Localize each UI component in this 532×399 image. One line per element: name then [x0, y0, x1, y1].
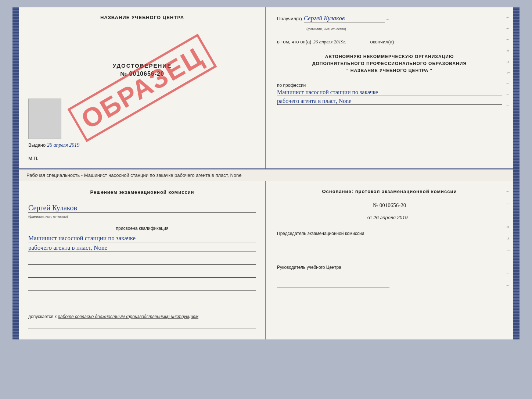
basis-title: Основание: протокол экзаменационной коми… — [277, 189, 502, 194]
side-dashes-bottom: – – – и ,а ‹– – – – — [507, 189, 510, 287]
director-signature-line — [277, 279, 389, 288]
bdash-5: ,а — [507, 236, 510, 240]
issued-prefix: Выдано — [28, 142, 46, 148]
separator-text-content: Рабочая специальность - Машинист насосно… — [26, 172, 506, 178]
profession-value2: рабочего агента в пласт, None — [277, 98, 502, 105]
protocol-date: от 26 апреля 2019 – — [277, 215, 502, 220]
issued-date-value: 26 апреля 2019 — [47, 142, 79, 148]
mp-label: М.П. — [28, 156, 38, 161]
org-line1: АВТОНОМНУЮ НЕКОММЕРЧЕСКУЮ ОРГАНИЗАЦИЮ — [277, 53, 502, 60]
bottom-left-panel: Решением экзаменационной комиссии Сергей… — [19, 181, 266, 339]
protocol-prefix: № — [373, 202, 378, 208]
certificate-back: – – – и ,а ‹– – – – Получил(а) Сергей Ку… — [266, 7, 513, 168]
person-sub: (фамилия, имя, отчество) — [28, 215, 68, 218]
director-label: Руководитель учебного Центра — [277, 264, 502, 271]
dash-9: – — [507, 103, 510, 107]
chairman-label: Председатель экзаменационной комиссии — [277, 230, 502, 237]
bdash-8: – — [507, 271, 510, 275]
date-line: в том, что он(а) 26 апреля 2019г. окончи… — [277, 39, 502, 45]
bottom-right-panel: – – – и ,а ‹– – – – Основание: протокол … — [266, 181, 513, 339]
recipient-sub: (фамилия, имя, отчество) — [306, 27, 346, 31]
blank-line-2 — [28, 270, 256, 278]
recipient-prefix: Получил(а) — [277, 16, 302, 21]
protocol-date-value: 26 апреля 2019 — [373, 215, 407, 220]
bottom-section: Решением экзаменационной комиссии Сергей… — [19, 181, 513, 339]
date-suffix: окончил(а) — [370, 39, 394, 44]
date-prefix: в том, что он(а) — [277, 39, 311, 44]
chairman-signature-line — [277, 245, 412, 254]
dash-1: – — [507, 15, 510, 19]
cert-label: УДОСТОВЕРЕНИЕ — [28, 63, 256, 69]
protocol-num: 0010656-20 — [380, 202, 406, 208]
cert-number: № 0010656-20 — [28, 71, 256, 77]
separator: Рабочая специальность - Машинист насосно… — [19, 169, 513, 181]
admission-text: допускается к работе согласно должностны… — [28, 314, 256, 328]
blank-line-3 — [28, 283, 256, 291]
right-border — [513, 7, 520, 339]
dash-4: и — [507, 48, 510, 52]
dash-7: – — [507, 81, 510, 85]
left-border — [12, 7, 19, 339]
recipient-name: Сергей Кулаков — [304, 15, 385, 22]
admission-prefix: допускается к — [28, 314, 57, 319]
dash-8: – — [507, 92, 510, 96]
bdash-1: – — [507, 189, 510, 193]
commission-title: Решением экзаменационной комиссии — [28, 189, 256, 196]
top-section: НАЗВАНИЕ УЧЕБНОГО ЦЕНТРА УДОСТОВЕРЕНИЕ №… — [19, 7, 513, 169]
dash-2: – — [507, 26, 510, 30]
school-name-top: НАЗВАНИЕ УЧЕБНОГО ЦЕНТРА — [28, 15, 256, 20]
dash-6: ‹– — [507, 70, 510, 74]
side-dashes-top: – – – и ,а ‹– – – – — [507, 15, 510, 107]
photo-placeholder — [28, 99, 61, 139]
protocol-number: № 0010656-20 — [277, 202, 502, 209]
dash-5: ,а — [507, 59, 510, 63]
org-text: АВТОНОМНУЮ НЕКОММЕРЧЕСКУЮ ОРГАНИЗАЦИЮ ДО… — [277, 53, 502, 75]
certificate-front: НАЗВАНИЕ УЧЕБНОГО ЦЕНТРА УДОСТОВЕРЕНИЕ №… — [19, 7, 266, 168]
bdash-3: – — [507, 212, 510, 217]
document-content: НАЗВАНИЕ УЧЕБНОГО ЦЕНТРА УДОСТОВЕРЕНИЕ №… — [19, 7, 513, 339]
bdash-2: – — [507, 200, 510, 205]
protocol-date-dash: – — [409, 215, 411, 220]
org-line3: " НАЗВАНИЕ УЧЕБНОГО ЦЕНТРА " — [277, 67, 502, 74]
date-value: 26 апреля 2019г. — [313, 39, 368, 45]
bdash-4: и — [507, 224, 510, 228]
qualification-value2: рабочего агента в пласт, None — [28, 244, 256, 252]
dash-3: – — [507, 37, 510, 41]
recipient-line: Получил(а) Сергей Кулаков – — [277, 15, 502, 22]
qualification-label: присвоена квалификация — [28, 226, 256, 231]
qualification-value1: Машинист насосной станции по закачке — [28, 235, 256, 242]
bdash-7: – — [507, 259, 510, 264]
issued-date: Выдано 26 апреля 2019 — [28, 142, 79, 148]
bdash-9: – — [507, 283, 510, 287]
bdash-6: ‹– — [507, 247, 510, 252]
person-name: Сергей Кулаков — [28, 204, 256, 213]
admission-italic: работе согласно должностным (производств… — [58, 314, 198, 319]
document-wrapper: НАЗВАНИЕ УЧЕБНОГО ЦЕНТРА УДОСТОВЕРЕНИЕ №… — [12, 7, 520, 339]
admission-bottom-line — [28, 321, 256, 328]
protocol-date-prefix: от — [367, 215, 372, 220]
profession-label: по профессии — [277, 83, 502, 88]
profession-value1: Машинист насосной станции по закачке — [277, 89, 502, 96]
blank-line-1 — [28, 257, 256, 265]
org-line2: ДОПОЛНИТЕЛЬНОГО ПРОФЕССИОНАЛЬНОГО ОБРАЗО… — [277, 60, 502, 67]
